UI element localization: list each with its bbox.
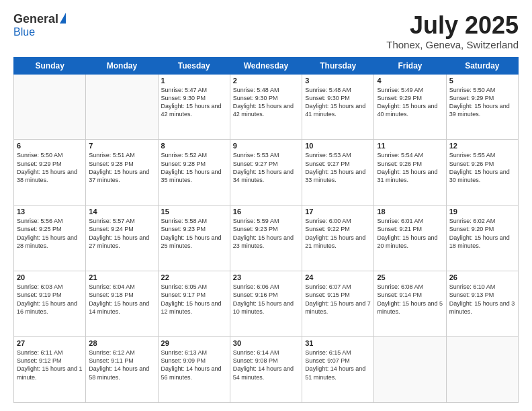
calendar-day-cell: 6Sunrise: 5:50 AM Sunset: 9:29 PM Daylig…	[14, 140, 86, 205]
day-detail: Sunrise: 6:14 AM Sunset: 9:08 PM Dayligh…	[233, 349, 299, 381]
calendar-day-cell: 16Sunrise: 5:59 AM Sunset: 9:23 PM Dayli…	[230, 205, 302, 271]
day-number: 30	[233, 339, 299, 347]
day-detail: Sunrise: 5:55 AM Sunset: 9:26 PM Dayligh…	[449, 151, 515, 184]
day-number: 29	[161, 339, 227, 347]
day-of-week-header: Friday	[374, 57, 446, 74]
day-number: 22	[161, 273, 227, 281]
calendar-day-cell: 11Sunrise: 5:54 AM Sunset: 9:26 PM Dayli…	[374, 140, 446, 205]
day-detail: Sunrise: 6:00 AM Sunset: 9:22 PM Dayligh…	[305, 217, 371, 250]
day-detail: Sunrise: 5:48 AM Sunset: 9:30 PM Dayligh…	[233, 86, 299, 119]
day-number: 25	[377, 273, 443, 281]
calendar-day-cell: 14Sunrise: 5:57 AM Sunset: 9:24 PM Dayli…	[86, 205, 158, 271]
calendar-day-cell: 13Sunrise: 5:56 AM Sunset: 9:25 PM Dayli…	[14, 205, 86, 271]
day-detail: Sunrise: 6:07 AM Sunset: 9:15 PM Dayligh…	[305, 283, 371, 316]
day-detail: Sunrise: 5:48 AM Sunset: 9:30 PM Dayligh…	[305, 86, 371, 119]
day-number: 27	[17, 339, 83, 347]
calendar-day-cell: 1Sunrise: 5:47 AM Sunset: 9:30 PM Daylig…	[158, 74, 230, 140]
day-detail: Sunrise: 5:51 AM Sunset: 9:28 PM Dayligh…	[89, 151, 154, 184]
calendar-day-cell: 21Sunrise: 6:04 AM Sunset: 9:18 PM Dayli…	[86, 271, 158, 337]
day-number: 1	[161, 77, 227, 85]
calendar-week-row: 13Sunrise: 5:56 AM Sunset: 9:25 PM Dayli…	[14, 205, 519, 271]
logo-triangle-icon	[60, 13, 66, 24]
day-detail: Sunrise: 5:56 AM Sunset: 9:25 PM Dayligh…	[17, 217, 83, 250]
day-number: 18	[377, 208, 443, 216]
day-detail: Sunrise: 5:58 AM Sunset: 9:23 PM Dayligh…	[161, 217, 227, 250]
calendar-day-cell: 8Sunrise: 5:52 AM Sunset: 9:28 PM Daylig…	[158, 140, 230, 205]
day-number: 26	[449, 273, 515, 281]
calendar-day-cell: 19Sunrise: 6:02 AM Sunset: 9:20 PM Dayli…	[446, 205, 518, 271]
day-number: 19	[449, 208, 515, 216]
day-number: 7	[89, 142, 154, 150]
calendar-day-cell: 27Sunrise: 6:11 AM Sunset: 9:12 PM Dayli…	[14, 337, 86, 403]
calendar-day-cell: 18Sunrise: 6:01 AM Sunset: 9:21 PM Dayli…	[374, 205, 446, 271]
day-detail: Sunrise: 6:02 AM Sunset: 9:20 PM Dayligh…	[449, 217, 515, 250]
logo-blue-text: Blue	[13, 26, 35, 38]
calendar-day-cell: 12Sunrise: 5:55 AM Sunset: 9:26 PM Dayli…	[446, 140, 518, 205]
day-detail: Sunrise: 5:50 AM Sunset: 9:29 PM Dayligh…	[17, 151, 83, 184]
day-of-week-header: Monday	[86, 57, 158, 74]
day-number: 9	[233, 142, 299, 150]
calendar-day-cell: 29Sunrise: 6:13 AM Sunset: 9:09 PM Dayli…	[158, 337, 230, 403]
day-number: 20	[17, 273, 83, 281]
day-number: 6	[17, 142, 83, 150]
day-detail: Sunrise: 6:12 AM Sunset: 9:11 PM Dayligh…	[89, 349, 154, 381]
day-number: 2	[233, 77, 299, 85]
day-of-week-header: Tuesday	[158, 57, 230, 74]
calendar-table: SundayMondayTuesdayWednesdayThursdayFrid…	[13, 57, 519, 403]
day-detail: Sunrise: 6:08 AM Sunset: 9:14 PM Dayligh…	[377, 283, 443, 316]
day-detail: Sunrise: 5:53 AM Sunset: 9:27 PM Dayligh…	[233, 151, 299, 184]
day-of-week-header: Thursday	[302, 57, 374, 74]
day-number: 28	[89, 339, 154, 347]
day-number: 23	[233, 273, 299, 281]
day-number: 11	[377, 142, 443, 150]
day-number: 13	[17, 208, 83, 216]
day-detail: Sunrise: 5:47 AM Sunset: 9:30 PM Dayligh…	[161, 86, 227, 119]
calendar-day-cell: 30Sunrise: 6:14 AM Sunset: 9:08 PM Dayli…	[230, 337, 302, 403]
day-number: 10	[305, 142, 371, 150]
calendar-day-cell: 5Sunrise: 5:50 AM Sunset: 9:29 PM Daylig…	[446, 74, 518, 140]
day-number: 24	[305, 273, 371, 281]
calendar-day-cell: 26Sunrise: 6:10 AM Sunset: 9:13 PM Dayli…	[446, 271, 518, 337]
calendar-day-cell: 3Sunrise: 5:48 AM Sunset: 9:30 PM Daylig…	[302, 74, 374, 140]
day-number: 16	[233, 208, 299, 216]
calendar-week-row: 27Sunrise: 6:11 AM Sunset: 9:12 PM Dayli…	[14, 337, 519, 403]
calendar-day-cell: 31Sunrise: 6:15 AM Sunset: 9:07 PM Dayli…	[302, 337, 374, 403]
day-number: 12	[449, 142, 515, 150]
day-detail: Sunrise: 5:57 AM Sunset: 9:24 PM Dayligh…	[89, 217, 154, 250]
page: General Blue July 2025 Thonex, Geneva, S…	[0, 0, 532, 411]
day-detail: Sunrise: 6:05 AM Sunset: 9:17 PM Dayligh…	[161, 283, 227, 316]
calendar-location: Thonex, Geneva, Switzerland	[386, 39, 519, 50]
calendar-day-cell: 20Sunrise: 6:03 AM Sunset: 9:19 PM Dayli…	[14, 271, 86, 337]
day-of-week-header: Saturday	[446, 57, 518, 74]
day-number: 8	[161, 142, 227, 150]
day-number: 17	[305, 208, 371, 216]
calendar-day-cell	[86, 74, 158, 140]
logo-general-text: General	[13, 12, 58, 26]
title-block: July 2025 Thonex, Geneva, Switzerland	[386, 12, 519, 50]
day-detail: Sunrise: 6:06 AM Sunset: 9:16 PM Dayligh…	[233, 283, 299, 316]
calendar-day-cell: 9Sunrise: 5:53 AM Sunset: 9:27 PM Daylig…	[230, 140, 302, 205]
calendar-day-cell: 2Sunrise: 5:48 AM Sunset: 9:30 PM Daylig…	[230, 74, 302, 140]
calendar-day-cell: 17Sunrise: 6:00 AM Sunset: 9:22 PM Dayli…	[302, 205, 374, 271]
day-detail: Sunrise: 6:01 AM Sunset: 9:21 PM Dayligh…	[377, 217, 443, 250]
day-detail: Sunrise: 6:10 AM Sunset: 9:13 PM Dayligh…	[449, 283, 515, 316]
calendar-title: July 2025	[386, 12, 519, 39]
calendar-day-cell: 23Sunrise: 6:06 AM Sunset: 9:16 PM Dayli…	[230, 271, 302, 337]
day-of-week-header: Wednesday	[230, 57, 302, 74]
calendar-header-row: SundayMondayTuesdayWednesdayThursdayFrid…	[14, 57, 519, 74]
day-of-week-header: Sunday	[14, 57, 86, 74]
calendar-day-cell	[14, 74, 86, 140]
day-number: 4	[377, 77, 443, 85]
calendar-day-cell: 7Sunrise: 5:51 AM Sunset: 9:28 PM Daylig…	[86, 140, 158, 205]
day-detail: Sunrise: 6:04 AM Sunset: 9:18 PM Dayligh…	[89, 283, 154, 316]
calendar-day-cell: 28Sunrise: 6:12 AM Sunset: 9:11 PM Dayli…	[86, 337, 158, 403]
day-number: 31	[305, 339, 371, 347]
day-number: 3	[305, 77, 371, 85]
day-detail: Sunrise: 5:50 AM Sunset: 9:29 PM Dayligh…	[449, 86, 515, 119]
day-number: 14	[89, 208, 154, 216]
calendar-day-cell: 4Sunrise: 5:49 AM Sunset: 9:29 PM Daylig…	[374, 74, 446, 140]
day-detail: Sunrise: 5:54 AM Sunset: 9:26 PM Dayligh…	[377, 151, 443, 184]
calendar-day-cell: 24Sunrise: 6:07 AM Sunset: 9:15 PM Dayli…	[302, 271, 374, 337]
day-detail: Sunrise: 6:15 AM Sunset: 9:07 PM Dayligh…	[305, 349, 371, 381]
day-number: 15	[161, 208, 227, 216]
